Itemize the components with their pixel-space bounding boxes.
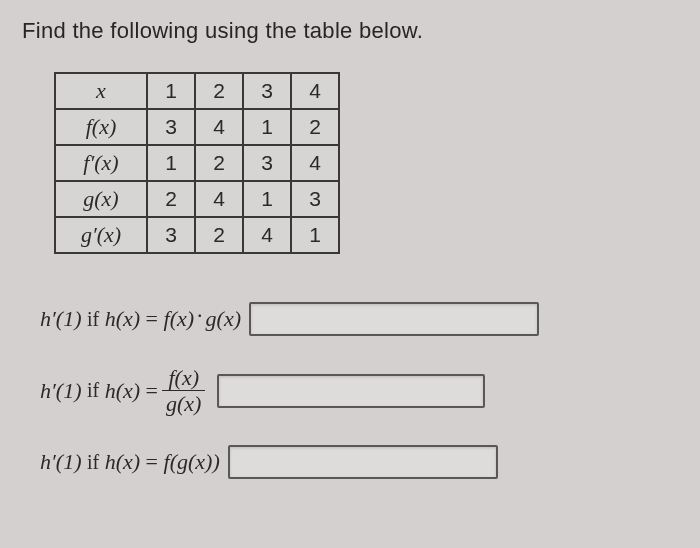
table-row: g(x) 2 4 1 3	[55, 181, 339, 217]
table-row: f(x) 3 4 1 2	[55, 109, 339, 145]
answer-input-composition[interactable]	[228, 445, 498, 479]
col-header-x: x	[55, 73, 147, 109]
function-table: x 1 2 3 4 f(x) 3 4 1 2 f′(x) 1 2 3 4 g	[54, 72, 340, 254]
row-label-g: g(x)	[55, 181, 147, 217]
table-row: f′(x) 1 2 3 4	[55, 145, 339, 181]
cell: 1	[243, 181, 291, 217]
cell: 4	[195, 181, 243, 217]
answer-input-quotient[interactable]	[217, 374, 485, 408]
col-header: 3	[243, 73, 291, 109]
cell: 1	[291, 217, 339, 253]
row-label-gprime: g′(x)	[55, 217, 147, 253]
cell: 3	[147, 109, 195, 145]
col-header: 4	[291, 73, 339, 109]
col-header: 1	[147, 73, 195, 109]
question-quotient: h′(1) if h(x) = f(x) g(x)	[40, 366, 678, 415]
table-row: x 1 2 3 4	[55, 73, 339, 109]
cell: 4	[195, 109, 243, 145]
question-product: h′(1) if h(x) = f(x) · g(x)	[40, 302, 678, 336]
question-text: h′(1) if h(x) = f(x) g(x)	[40, 366, 209, 415]
table-row: g′(x) 3 2 4 1	[55, 217, 339, 253]
row-label-fprime: f′(x)	[55, 145, 147, 181]
questions-block: h′(1) if h(x) = f(x) · g(x) h′(1) if h(x…	[40, 302, 678, 479]
cell: 2	[147, 181, 195, 217]
cell: 4	[291, 145, 339, 181]
cell: 2	[291, 109, 339, 145]
fraction: f(x) g(x)	[162, 366, 205, 415]
row-label-f: f(x)	[55, 109, 147, 145]
col-header: 2	[195, 73, 243, 109]
cell: 3	[291, 181, 339, 217]
instruction-text: Find the following using the table below…	[22, 18, 678, 44]
cell: 2	[195, 217, 243, 253]
cell: 1	[147, 145, 195, 181]
question-text: h′(1) if h(x) = f(x) · g(x)	[40, 306, 241, 332]
cell: 3	[147, 217, 195, 253]
cell: 4	[243, 217, 291, 253]
question-composition: h′(1) if h(x) = f(g(x))	[40, 445, 678, 479]
cell: 2	[195, 145, 243, 181]
cell: 3	[243, 145, 291, 181]
data-table-wrap: x 1 2 3 4 f(x) 3 4 1 2 f′(x) 1 2 3 4 g	[54, 72, 678, 254]
cell: 1	[243, 109, 291, 145]
worksheet-page: Find the following using the table below…	[0, 0, 700, 527]
answer-input-product[interactable]	[249, 302, 539, 336]
question-text: h′(1) if h(x) = f(g(x))	[40, 449, 220, 475]
